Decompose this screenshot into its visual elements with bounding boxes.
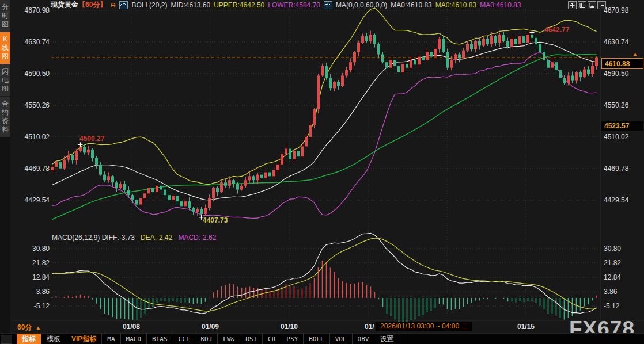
period-label: 【60分】 xyxy=(78,1,107,9)
candle xyxy=(381,55,384,63)
price-axis-label: 4469.78 xyxy=(10,165,50,173)
candle xyxy=(522,36,525,43)
candle xyxy=(180,201,183,206)
candle xyxy=(281,154,283,165)
candle xyxy=(486,39,489,44)
candle xyxy=(393,60,396,66)
candle xyxy=(571,75,574,80)
macd-axis-label: 12.84 xyxy=(604,273,643,281)
price-axis-label: 4590.50 xyxy=(10,70,50,78)
period-selector[interactable]: 60分 ▲ xyxy=(17,323,41,332)
candle xyxy=(490,36,493,44)
toolbar-button-VOL[interactable]: VOL xyxy=(330,334,353,344)
x-axis-date-label: 01/08 xyxy=(123,323,140,331)
candle xyxy=(333,82,336,88)
sidebar-tab-合约资料[interactable]: 合约资料 xyxy=(0,97,10,137)
collapse-icon[interactable]: ⊖ xyxy=(110,2,116,9)
candle xyxy=(510,39,513,47)
candle xyxy=(587,69,590,74)
chart-canvas[interactable] xyxy=(0,0,644,344)
candle xyxy=(240,186,243,190)
symbol-name: 现货黄金 xyxy=(51,1,78,9)
ma-value-3: MA0:4610.83 xyxy=(480,1,521,9)
toolbar-button-RSI[interactable]: RSI xyxy=(240,334,263,344)
candle xyxy=(357,43,360,52)
toolbar-button-BIAS[interactable]: BIAS xyxy=(147,334,173,344)
trading-chart-window: 分时图K线图闪电图合约资料 现货黄金【60分】 ⊖ BOLL(20,2) MID… xyxy=(0,0,644,344)
boll-mid: MID:4613.60 xyxy=(171,1,210,9)
candle xyxy=(555,62,558,70)
candle xyxy=(547,60,550,68)
marked-high-2-label: 4642.77 xyxy=(544,26,569,34)
candle xyxy=(389,60,392,68)
toolbar-button-模板[interactable]: 模板 xyxy=(41,334,66,344)
candle xyxy=(232,180,235,184)
toolbar-button-CCI[interactable]: CCI xyxy=(173,334,196,344)
toolbar-button-KDJ[interactable]: KDJ xyxy=(195,334,218,344)
candle xyxy=(139,198,142,205)
candle xyxy=(502,35,505,41)
candle xyxy=(224,182,227,185)
candle xyxy=(498,35,501,43)
candle xyxy=(470,44,473,49)
shift-right-icon[interactable] xyxy=(597,1,606,9)
sidebar-tab-K线图[interactable]: K线图 xyxy=(0,32,10,64)
candle xyxy=(446,52,449,67)
toolbar-corner-chip[interactable] xyxy=(1,335,12,344)
candle xyxy=(591,66,594,74)
price-axis-label: 4510.02 xyxy=(604,133,643,141)
candle xyxy=(526,35,529,43)
candle xyxy=(289,149,291,159)
boll-legend-icon[interactable] xyxy=(119,1,128,9)
macd-dea-value: DEA:-2.42 xyxy=(141,234,172,242)
candle xyxy=(309,125,312,137)
toolbar-button-MACD[interactable]: MACD xyxy=(121,334,147,344)
marked-high-1-label: 4500.27 xyxy=(79,135,104,143)
price-axis-label: 4469.78 xyxy=(604,165,643,173)
candle xyxy=(341,75,344,86)
candle xyxy=(353,52,356,62)
candle xyxy=(172,196,175,200)
ma-name: MA(0,0,0,60,0,0) xyxy=(336,1,387,9)
chart-type-sidebar: 分时图K线图闪电图合约资料 xyxy=(0,0,10,334)
toolbar-button-MA[interactable]: MA xyxy=(102,334,120,344)
candle xyxy=(494,36,497,43)
toolbar-button-设置[interactable]: 设置 xyxy=(374,334,399,344)
candle xyxy=(539,44,541,52)
candle xyxy=(345,70,348,76)
candle xyxy=(369,35,372,41)
toolbar-button-LW&[interactable]: LW& xyxy=(218,334,240,344)
candle xyxy=(168,195,171,200)
zoom-vertical-axis-icon[interactable] xyxy=(578,1,586,9)
candle xyxy=(143,193,146,198)
pan-icon[interactable] xyxy=(568,1,577,9)
price-axis-label: 4510.02 xyxy=(10,133,50,141)
boll-upper: UPPER:4642.50 xyxy=(214,1,264,9)
candle xyxy=(164,190,166,196)
price-axis-label: 4590.50 xyxy=(604,70,643,78)
sidebar-tab-闪电图[interactable]: 闪电图 xyxy=(0,64,10,97)
candle xyxy=(272,170,275,176)
candle xyxy=(583,69,586,77)
candle xyxy=(188,201,191,208)
toolbar-button-VIP指标[interactable]: VIP指标 xyxy=(66,334,102,344)
candle xyxy=(184,201,187,206)
chart-header: 现货黄金【60分】 ⊖ BOLL(20,2) MID:4613.60 UPPER… xyxy=(51,1,521,9)
ma-legend-icon[interactable] xyxy=(324,1,332,9)
zoom-horizontal-axis-icon[interactable] xyxy=(588,1,596,9)
indicator-toolbar: 指标模板VIP指标MAMACDBIASCCIKDJLW&RSICRPSYBOLL… xyxy=(0,333,644,344)
price-axis-label: 4429.54 xyxy=(604,196,643,204)
candle xyxy=(248,176,251,180)
toolbar-button-OBV[interactable]: OBV xyxy=(353,334,375,344)
toolbar-button-PSY[interactable]: PSY xyxy=(281,334,304,344)
candle xyxy=(99,165,102,175)
toolbar-button-CR[interactable]: CR xyxy=(263,334,281,344)
macd-axis-label: -5.12 xyxy=(604,302,643,310)
toolbar-button-BOLL[interactable]: BOLL xyxy=(304,334,330,344)
toolbar-button-指标[interactable]: 指标 xyxy=(17,334,41,344)
price-axis-label: 4429.54 xyxy=(10,196,50,204)
candle xyxy=(454,55,457,60)
candle xyxy=(478,41,481,45)
candle xyxy=(176,196,179,202)
sidebar-tab-分时图[interactable]: 分时图 xyxy=(0,0,10,32)
